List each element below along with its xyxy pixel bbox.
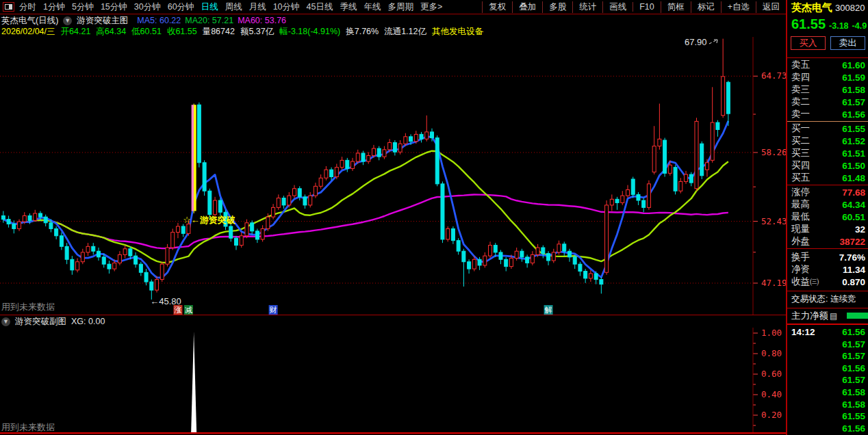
toolbar-button-F10[interactable]: F10 bbox=[633, 2, 661, 12]
layout-toggle-icon[interactable] bbox=[3, 2, 14, 12]
stat-row[interactable]: 最低60.51 bbox=[791, 211, 865, 223]
toolbar-button-多股[interactable]: 多股 bbox=[542, 1, 572, 13]
chevron-down-circle-icon[interactable]: ▼ bbox=[1, 317, 10, 326]
svg-text:0.40: 0.40 bbox=[761, 389, 782, 399]
toolbar-actions: 复权叠加多股统计画线F10简框标记+自选返回 bbox=[482, 0, 786, 14]
bid-row[interactable]: 买二61.52 bbox=[791, 135, 865, 147]
period-tab-季线[interactable]: 季线 bbox=[340, 1, 357, 13]
toolbar-button-简框[interactable]: 简框 bbox=[661, 1, 691, 13]
netflow-bar bbox=[847, 313, 868, 319]
sub-indicator-chart[interactable]: 1.000.800.600.400.20用到未来数据 bbox=[0, 328, 786, 435]
period-tab-月线[interactable]: 月线 bbox=[249, 1, 266, 13]
stat-row[interactable]: 最高64.34 bbox=[791, 198, 865, 211]
toolbar-button-+自选[interactable]: +自选 bbox=[721, 1, 756, 13]
sub-indicator-name[interactable]: 游资突破副图 bbox=[15, 316, 66, 328]
info-item: 开64.21 bbox=[61, 26, 91, 38]
bid-row[interactable]: 买五61.48 bbox=[791, 172, 865, 184]
indicator-name[interactable]: 游资突破主图 bbox=[77, 15, 128, 27]
stat-row[interactable]: 外盘38722 bbox=[791, 235, 865, 248]
trade-buttons: 买入 卖出 bbox=[791, 36, 865, 50]
info-item: 2026/02/04/三 bbox=[1, 26, 55, 38]
info-item: 低60.51 bbox=[131, 26, 162, 38]
list-icon: ▤ bbox=[830, 311, 837, 321]
ask-row[interactable]: 卖三61.58 bbox=[791, 83, 865, 96]
period-tab-30分钟[interactable]: 30分钟 bbox=[134, 1, 161, 13]
ask-row[interactable]: 卖四61.59 bbox=[791, 71, 865, 83]
toolbar-button-叠加[interactable]: 叠加 bbox=[512, 1, 542, 13]
toolbar-button-标记[interactable]: 标记 bbox=[691, 1, 721, 13]
stat-row[interactable]: 收益㈢0.870 bbox=[791, 276, 865, 288]
price-change: -3.18 bbox=[829, 21, 849, 31]
ask-row[interactable]: 卖五61.60 bbox=[791, 59, 865, 71]
info-item: 收61.55 bbox=[167, 26, 197, 38]
stat-row[interactable]: 净资11.34 bbox=[791, 263, 865, 276]
period-tab-1分钟[interactable]: 1分钟 bbox=[43, 1, 65, 13]
sell-button[interactable]: 卖出 bbox=[830, 36, 865, 50]
info-item: 高64.34 bbox=[96, 26, 126, 38]
ask-row[interactable]: 卖一61.56 bbox=[791, 108, 865, 120]
svg-text:财: 财 bbox=[270, 306, 277, 314]
svg-text:0.80: 0.80 bbox=[761, 348, 782, 358]
period-tab-分时[interactable]: 分时 bbox=[19, 1, 36, 13]
svg-text:解: 解 bbox=[545, 306, 552, 314]
ask-row[interactable]: 卖二61.57 bbox=[791, 96, 865, 108]
period-tab-年线[interactable]: 年线 bbox=[363, 1, 381, 13]
tick-row: 61.56 bbox=[791, 362, 865, 374]
info-item: 幅-3.18(-4.91%) bbox=[279, 26, 340, 38]
toolbar-button-画线[interactable]: 画线 bbox=[602, 1, 633, 13]
main-netflow-label[interactable]: 主力净额▤ bbox=[791, 310, 837, 322]
chevron-down-circle-icon[interactable]: ▼ bbox=[63, 16, 72, 25]
svg-text:0.60: 0.60 bbox=[761, 369, 782, 379]
bid-row[interactable]: 买一61.55 bbox=[791, 122, 865, 135]
main-candle-chart[interactable]: 64.7358.2652.4347.19☆←游资突破67.90←45.80涨减财… bbox=[0, 37, 786, 315]
sub-chart-header: ▼ 游资突破副图 XG: 0.00 bbox=[1, 316, 617, 327]
stock-code: 300820 bbox=[835, 3, 865, 13]
buy-button[interactable]: 买入 bbox=[791, 36, 826, 50]
svg-text:1.00: 1.00 bbox=[761, 328, 782, 338]
period-tab-更多>[interactable]: 更多> bbox=[420, 1, 442, 13]
period-tab-周线[interactable]: 周线 bbox=[225, 1, 242, 13]
svg-text:67.90: 67.90 bbox=[685, 37, 707, 47]
period-tab-多周期[interactable]: 多周期 bbox=[387, 1, 413, 13]
price-change-pct: -4.9 bbox=[852, 21, 867, 31]
toolbar-button-返回[interactable]: 返回 bbox=[756, 1, 786, 13]
info-item: 额5.37亿 bbox=[240, 26, 274, 38]
stat-row[interactable]: 涨停77.68 bbox=[791, 186, 865, 198]
tick-row: 61.58 bbox=[791, 386, 865, 398]
toolbar-button-统计[interactable]: 统计 bbox=[572, 1, 602, 13]
svg-text:47.19: 47.19 bbox=[761, 278, 786, 288]
stat-row[interactable]: 现量32 bbox=[791, 223, 865, 235]
last-price: 61.55 bbox=[791, 16, 826, 32]
svg-text:64.73: 64.73 bbox=[761, 70, 786, 81]
stat-row[interactable]: 换手7.76% bbox=[791, 251, 865, 263]
tdx-app: 分时1分钟5分钟15分钟30分钟60分钟日线周线月线10分钟45日线季线年线多周… bbox=[0, 0, 868, 435]
period-tab-15分钟[interactable]: 15分钟 bbox=[101, 1, 127, 13]
bid-row[interactable]: 买四61.50 bbox=[791, 159, 865, 172]
svg-text:减: 减 bbox=[185, 306, 192, 314]
tick-row: 61.57 bbox=[791, 339, 865, 350]
period-tab-10分钟[interactable]: 10分钟 bbox=[273, 1, 300, 13]
toolbar-button-复权[interactable]: 复权 bbox=[482, 1, 512, 13]
ma-labels: MA5: 60.22MA20: 57.21MA60: 53.76 bbox=[133, 16, 286, 25]
info-item: 流通1.12亿 bbox=[384, 26, 426, 38]
period-tab-45日线[interactable]: 45日线 bbox=[307, 1, 333, 13]
info-bar: 2026/02/04/三开64.21高64.34低60.51收61.55量867… bbox=[1, 26, 786, 37]
svg-text:用到未来数据: 用到未来数据 bbox=[1, 422, 55, 432]
svg-text:☆←游资突破: ☆←游资突破 bbox=[183, 215, 236, 225]
stock-name: 英杰电气 bbox=[791, 1, 832, 13]
sub-indicator-value: XG: 0.00 bbox=[71, 317, 105, 326]
chart-header: 英杰电气(日线) ▼ 游资突破主图 MA5: 60.22MA20: 57.21M… bbox=[1, 15, 786, 26]
bid-row[interactable]: 买三61.51 bbox=[791, 147, 865, 159]
stock-name-row: 英杰电气300820 bbox=[791, 1, 865, 14]
price-row: 61.55 -3.18 -4.9 bbox=[791, 16, 867, 32]
period-tab-日线[interactable]: 日线 bbox=[201, 1, 218, 13]
tick-row: 61.55 bbox=[791, 410, 865, 422]
info-item: 换7.76% bbox=[346, 26, 379, 38]
period-tab-60分钟[interactable]: 60分钟 bbox=[168, 1, 194, 13]
info-item: 其他发电设备 bbox=[432, 26, 483, 38]
panel-divider bbox=[0, 315, 786, 315]
period-tab-5分钟[interactable]: 5分钟 bbox=[72, 1, 94, 13]
ma-label: MA60: 53.76 bbox=[238, 16, 286, 25]
info-item: 量86742 bbox=[203, 26, 235, 38]
quote-panel: 英杰电气300820 61.55 -3.18 -4.9 买入 卖出 卖五61.6… bbox=[786, 0, 868, 435]
